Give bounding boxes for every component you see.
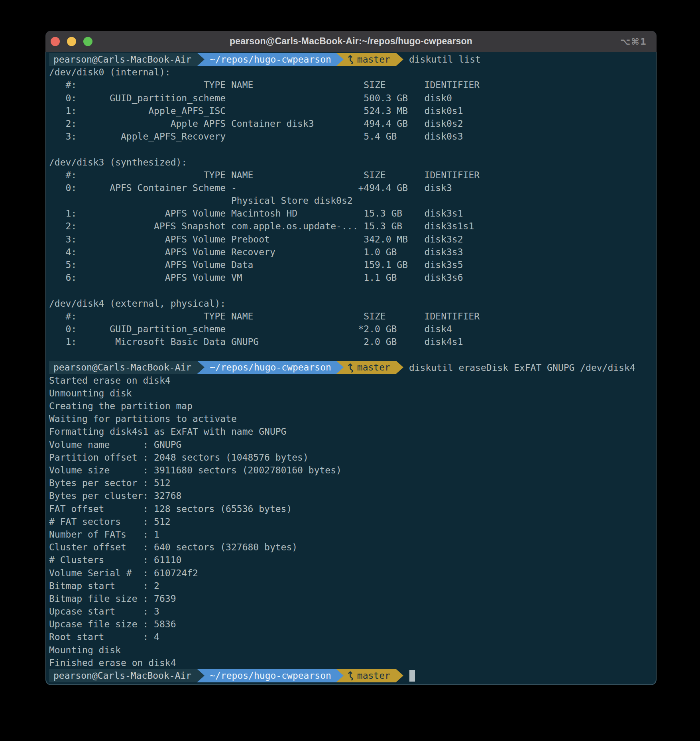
powerline-separator	[336, 361, 344, 374]
prompt-line-2: pearson@Carls-MacBook-Air ~/repos/hugo-c…	[49, 361, 653, 374]
prompt-branch: master	[357, 361, 390, 374]
terminal-line	[49, 143, 653, 156]
powerline-separator	[396, 669, 403, 682]
git-branch-icon	[347, 363, 354, 372]
terminal-line	[49, 284, 653, 297]
prompt-git-segment: master	[344, 53, 396, 66]
terminal-line: 1: Microsoft Basic Data GNUPG 2.0 GB dis…	[49, 335, 653, 348]
prompt-user-host: pearson@Carls-MacBook-Air	[49, 669, 197, 682]
terminal-line: 5: APFS Volume Data 159.1 GB disk3s5	[49, 258, 653, 271]
terminal-line: #: TYPE NAME SIZE IDENTIFIER	[49, 79, 653, 91]
powerline-separator	[197, 361, 204, 374]
terminal-line: 3: Apple_APFS_Recovery 5.4 GB disk0s3	[49, 130, 653, 143]
command-text: diskutil eraseDisk ExFAT GNUPG /dev/disk…	[409, 361, 635, 374]
prompt-path: ~/repos/hugo-cwpearson	[204, 53, 336, 66]
powerline-separator	[197, 53, 204, 66]
powerline-separator	[396, 361, 403, 374]
terminal-line: /dev/disk4 (external, physical):	[49, 297, 653, 310]
terminal-line: 0: GUID_partition_scheme 500.3 GB disk0	[49, 92, 653, 104]
prompt-line-1: pearson@Carls-MacBook-Air ~/repos/hugo-c…	[49, 53, 653, 66]
terminal-line: Volume name : GNUPG	[49, 438, 653, 451]
terminal-line: 0: GUID_partition_scheme *2.0 GB disk4	[49, 323, 653, 335]
terminal-line: Started erase on disk4	[49, 374, 653, 387]
close-button[interactable]	[51, 37, 60, 46]
traffic-lights	[51, 37, 92, 46]
minimize-button[interactable]	[67, 37, 76, 46]
prompt-git-segment: master	[344, 669, 396, 682]
terminal-line: Cluster offset : 640 sectors (327680 byt…	[49, 541, 653, 554]
tab-shortcut-badge: ⌥⌘1	[620, 36, 647, 46]
git-branch-icon	[347, 671, 354, 680]
terminal-line: Bytes per sector : 512	[49, 477, 653, 489]
terminal-line: Waiting for partitions to activate	[49, 412, 653, 425]
terminal-line: 3: APFS Volume Preboot 342.0 MB disk3s2	[49, 233, 653, 246]
terminal-line: 2: APFS Snapshot com.apple.os.update-...…	[49, 220, 653, 233]
terminal-line: Upcase start : 3	[49, 605, 653, 618]
terminal-line: Unmounting disk	[49, 387, 653, 400]
terminal-line: # FAT sectors : 512	[49, 515, 653, 528]
terminal-line: 1: Apple_APFS_ISC 524.3 MB disk0s1	[49, 104, 653, 117]
window-title: pearson@Carls-MacBook-Air:~/repos/hugo-c…	[230, 36, 472, 47]
terminal-screen[interactable]: pearson@Carls-MacBook-Air ~/repos/hugo-c…	[45, 52, 657, 685]
terminal-line: Upcase file size : 5836	[49, 618, 653, 631]
terminal-line: #: TYPE NAME SIZE IDENTIFIER	[49, 310, 653, 323]
prompt-git-segment: master	[344, 361, 396, 374]
powerline-separator	[396, 53, 403, 66]
zoom-button[interactable]	[83, 37, 92, 46]
terminal-line: /dev/disk0 (internal):	[49, 66, 653, 79]
terminal-line: Bitmap file size : 7639	[49, 592, 653, 605]
prompt-user-host: pearson@Carls-MacBook-Air	[49, 361, 197, 374]
terminal-line: 2: Apple_APFS Container disk3 494.4 GB d…	[49, 117, 653, 130]
terminal-line: Finished erase on disk4	[49, 656, 653, 669]
terminal-line: /dev/disk3 (synthesized):	[49, 156, 653, 169]
terminal-line: Creating the partition map	[49, 400, 653, 412]
terminal-cursor[interactable]	[409, 670, 415, 682]
prompt-branch: master	[357, 669, 390, 682]
terminal-line: Root start : 4	[49, 631, 653, 643]
terminal-line: Physical Store disk0s2	[49, 194, 653, 207]
terminal-line: Bitmap start : 2	[49, 579, 653, 592]
terminal-line: 4: APFS Volume Recovery 1.0 GB disk3s3	[49, 246, 653, 258]
terminal-line: Volume Serial # : 610724f2	[49, 567, 653, 579]
powerline-separator	[336, 53, 344, 66]
command-text: diskutil list	[409, 53, 481, 66]
window-titlebar[interactable]: pearson@Carls-MacBook-Air:~/repos/hugo-c…	[45, 31, 657, 52]
prompt-branch: master	[357, 53, 390, 66]
terminal-line: Bytes per cluster: 32768	[49, 489, 653, 502]
terminal-line: Mounting disk	[49, 644, 653, 656]
terminal-line: 1: APFS Volume Macintosh HD 15.3 GB disk…	[49, 207, 653, 220]
terminal-line: FAT offset : 128 sectors (65536 bytes)	[49, 503, 653, 515]
terminal-window: pearson@Carls-MacBook-Air:~/repos/hugo-c…	[45, 31, 657, 685]
terminal-line: Partition offset : 2048 sectors (1048576…	[49, 451, 653, 464]
git-branch-icon	[347, 55, 354, 64]
prompt-line-current: pearson@Carls-MacBook-Air ~/repos/hugo-c…	[49, 669, 653, 682]
terminal-line: Volume size : 3911680 sectors (200278016…	[49, 464, 653, 477]
terminal-line: Formatting disk4s1 as ExFAT with name GN…	[49, 425, 653, 438]
terminal-line: 6: APFS Volume VM 1.1 GB disk3s6	[49, 271, 653, 284]
prompt-path: ~/repos/hugo-cwpearson	[204, 361, 336, 374]
terminal-line: Number of FATs : 1	[49, 528, 653, 541]
terminal-line	[49, 348, 653, 361]
powerline-separator	[336, 669, 344, 682]
powerline-separator	[197, 669, 204, 682]
terminal-line: #: TYPE NAME SIZE IDENTIFIER	[49, 169, 653, 181]
prompt-path: ~/repos/hugo-cwpearson	[204, 669, 336, 682]
terminal-line: # Clusters : 61110	[49, 554, 653, 566]
terminal-line: 0: APFS Container Scheme - +494.4 GB dis…	[49, 181, 653, 194]
prompt-user-host: pearson@Carls-MacBook-Air	[49, 53, 197, 66]
